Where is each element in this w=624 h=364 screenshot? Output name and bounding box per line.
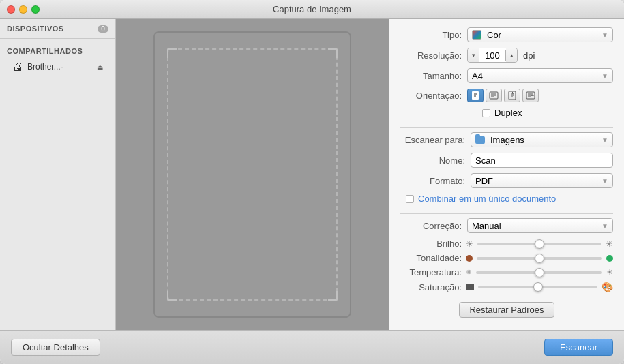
printer-icon: 🖨 <box>12 61 23 73</box>
tipo-row: Tipo: Cor ▼ <box>400 27 613 42</box>
tipo-label: Tipo: <box>400 30 462 40</box>
separator-1 <box>400 127 613 128</box>
saturacao-thumb[interactable] <box>533 282 543 292</box>
folder-icon <box>475 136 485 144</box>
orient-landscape-btn[interactable] <box>486 89 502 102</box>
resolucao-row: Resolução: ▾ 100 ▴ dpi <box>400 48 613 63</box>
shared-label: COMPARTILHADOS <box>7 47 83 55</box>
sidebar-item-brother[interactable]: 🖨 Brother...- ⏏ <box>7 58 108 76</box>
tonalidade-label: Tonalidade: <box>400 253 462 263</box>
devices-section: DISPOSITIVOS 0 <box>0 19 115 38</box>
tamanho-arrow-icon: ▼ <box>601 72 608 80</box>
shared-header: COMPARTILHADOS <box>7 47 108 55</box>
resolution-value: 100 <box>479 50 506 61</box>
brilho-label: Brilho: <box>400 239 462 249</box>
saturacao-label: Saturação: <box>400 282 462 292</box>
tonalidade-thumb[interactable] <box>535 254 544 263</box>
scanner-bed <box>153 31 351 318</box>
close-button[interactable] <box>7 5 15 14</box>
tonalidade-slider[interactable] <box>477 257 602 260</box>
nome-row: Nome: <box>400 153 613 168</box>
escanear-arrow-icon: ▼ <box>601 136 608 144</box>
correcao-value: Manual <box>472 221 501 231</box>
combinar-checkbox[interactable] <box>406 195 414 203</box>
escanear-label: Escanear para: <box>400 135 465 145</box>
duplex-checkbox[interactable] <box>482 109 490 117</box>
window-title: Captura de Imagem <box>273 4 351 14</box>
resolucao-label: Resolução: <box>400 50 462 61</box>
portrait-icon <box>471 91 479 100</box>
bottom-bar: Ocultar Detalhes Escanear <box>0 330 624 364</box>
minimize-button[interactable] <box>19 5 27 14</box>
scan-button[interactable]: Escanear <box>544 339 613 356</box>
devices-badge: 0 <box>98 25 108 33</box>
tipo-value: Cor <box>487 30 501 40</box>
resolution-decrement[interactable]: ▾ <box>468 48 479 62</box>
orient-landscape-flip-btn[interactable] <box>522 89 539 102</box>
hide-details-button[interactable]: Ocultar Detalhes <box>11 339 100 356</box>
tamanho-select-box[interactable]: A4 ▼ <box>467 68 613 83</box>
temperatura-right-icon: ☀ <box>606 268 613 277</box>
corner-bl <box>167 291 177 301</box>
resolution-increment[interactable]: ▴ <box>506 48 517 62</box>
temperatura-slider[interactable] <box>476 271 602 274</box>
temperatura-left-icon: ❄ <box>466 268 472 277</box>
formato-select[interactable]: PDF ▼ <box>471 173 613 188</box>
tamanho-label: Tamanho: <box>400 71 462 81</box>
duplex-label: Dúplex <box>494 108 522 118</box>
tipo-select-box[interactable]: Cor ▼ <box>467 27 613 42</box>
tamanho-value: A4 <box>472 71 483 81</box>
main-window: Captura de Imagem DISPOSITIVOS 0 COMPART… <box>0 0 624 364</box>
settings-panel: Tipo: Cor ▼ Resolução: <box>389 19 624 330</box>
escanear-row: Escanear para: Imagens ▼ <box>400 132 613 147</box>
resolution-stepper[interactable]: ▾ 100 ▴ <box>467 48 518 63</box>
corner-tr <box>328 48 338 58</box>
tonalidade-right-icon <box>606 255 613 262</box>
separator-2 <box>400 213 613 214</box>
formato-select-box[interactable]: PDF ▼ <box>471 173 613 188</box>
content-area: DISPOSITIVOS 0 COMPARTILHADOS 🖨 Brother.… <box>0 19 624 330</box>
correcao-row: Correção: Manual ▼ <box>400 218 613 233</box>
landscape-icon <box>489 91 499 100</box>
sidebar: DISPOSITIVOS 0 COMPARTILHADOS 🖨 Brother.… <box>0 19 116 330</box>
maximize-button[interactable] <box>31 5 40 14</box>
duplex-row: Dúplex <box>400 108 613 118</box>
nome-input[interactable] <box>471 153 613 168</box>
orient-portrait-flip-btn[interactable] <box>504 89 520 102</box>
combinar-label: Combinar em um único documento <box>418 194 556 204</box>
brilho-slider[interactable] <box>477 243 601 245</box>
sidebar-divider-1 <box>0 38 115 39</box>
portrait-flip-icon <box>508 91 516 100</box>
escanear-value: Imagens <box>490 135 524 145</box>
tamanho-select[interactable]: A4 ▼ <box>467 68 613 83</box>
escanear-select-box[interactable]: Imagens ▼ <box>471 132 613 147</box>
temperatura-thumb[interactable] <box>535 268 544 277</box>
brilho-low-icon: ☀ <box>466 239 473 249</box>
corner-tl <box>167 48 177 58</box>
escanear-select[interactable]: Imagens ▼ <box>471 132 613 147</box>
tipo-select[interactable]: Cor ▼ <box>467 27 613 42</box>
titlebar: Captura de Imagem <box>0 0 624 19</box>
corner-br <box>328 291 338 301</box>
restore-defaults-row: Restaurar Padrões <box>400 302 613 318</box>
correcao-select-box[interactable]: Manual ▼ <box>467 218 613 233</box>
tamanho-row: Tamanho: A4 ▼ <box>400 68 613 83</box>
temperatura-label: Temperatura: <box>400 267 462 277</box>
devices-header: DISPOSITIVOS 0 <box>7 25 108 33</box>
nome-label: Nome: <box>400 155 465 166</box>
orient-portrait-btn[interactable] <box>467 89 484 102</box>
tonalidade-left-icon <box>466 255 473 262</box>
eject-icon[interactable]: ⏏ <box>97 63 103 71</box>
saturacao-slider[interactable] <box>478 286 597 288</box>
tonalidade-row: Tonalidade: <box>400 253 613 263</box>
color-dot-icon <box>472 30 481 40</box>
restore-defaults-button[interactable]: Restaurar Padrões <box>459 302 554 318</box>
saturacao-right-icon: 🎨 <box>601 282 613 292</box>
brilho-thumb[interactable] <box>535 239 544 249</box>
devices-label: DISPOSITIVOS <box>7 25 64 33</box>
dpi-unit: dpi <box>523 50 535 61</box>
landscape-flip-icon <box>526 91 535 100</box>
orientacao-label: Orientação: <box>400 91 462 101</box>
orientacao-row: Orientação: <box>400 89 613 102</box>
correcao-select[interactable]: Manual ▼ <box>467 218 613 233</box>
